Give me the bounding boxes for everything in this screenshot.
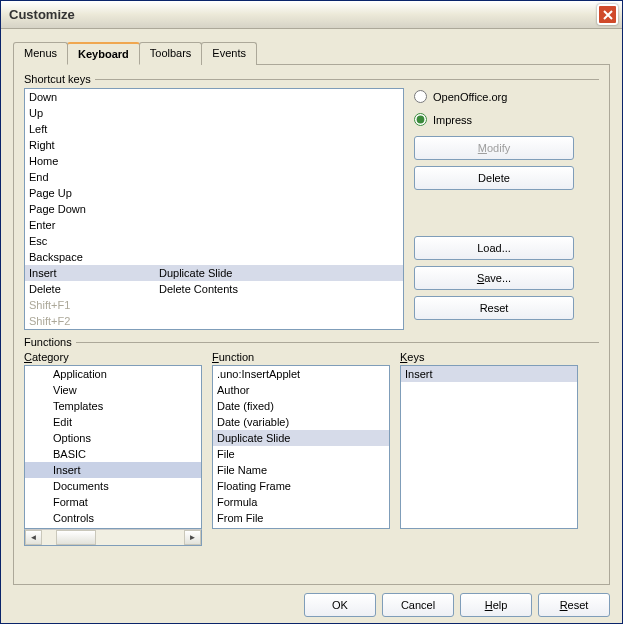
scroll-thumb[interactable] — [56, 530, 96, 545]
titlebar: Customize — [1, 1, 622, 29]
function-item[interactable]: .uno:InsertApplet — [213, 366, 389, 382]
shortcut-key: Shift+F1 — [29, 297, 159, 313]
shortcut-row[interactable]: Shift+F2 — [25, 313, 403, 329]
shortcut-row[interactable]: Right — [25, 137, 403, 153]
shortcut-row[interactable]: Esc — [25, 233, 403, 249]
close-icon — [603, 10, 613, 20]
cancel-button[interactable]: Cancel — [382, 593, 454, 617]
shortcut-key: Delete — [29, 281, 159, 297]
modify-label: odify — [487, 142, 510, 154]
category-item[interactable]: Documents — [25, 478, 201, 494]
category-label: Category — [24, 351, 202, 363]
shortcut-action: Delete Contents — [159, 281, 238, 297]
shortcut-action: Duplicate Slide — [159, 265, 232, 281]
save-label: ave... — [484, 272, 511, 284]
shortcut-key: Enter — [29, 217, 159, 233]
dialog-buttons: OK Cancel Help Reset — [13, 593, 610, 617]
shortcut-keys-list[interactable]: DownUpLeftRightHomeEndPage UpPage DownEn… — [24, 88, 404, 330]
function-item[interactable]: Duplicate Slide — [213, 430, 389, 446]
shortcut-key: Left — [29, 121, 159, 137]
function-item[interactable]: Author — [213, 382, 389, 398]
shortcut-key: Insert — [29, 265, 159, 281]
function-item[interactable]: File Name — [213, 462, 389, 478]
tabstrip: Menus Keyboard Toolbars Events — [13, 41, 610, 65]
category-item[interactable]: BASIC — [25, 446, 201, 462]
shortcut-row[interactable]: Enter — [25, 217, 403, 233]
scroll-right-icon[interactable]: ► — [184, 530, 201, 545]
radio-openoffice-label: OpenOffice.org — [433, 91, 507, 103]
shortcut-key: Shift+F2 — [29, 313, 159, 329]
scroll-left-icon[interactable]: ◄ — [25, 530, 42, 545]
function-item[interactable]: Floating Frame — [213, 478, 389, 494]
shortcut-row[interactable]: Up — [25, 105, 403, 121]
functions-group: Functions Category ApplicationViewTempla… — [24, 342, 599, 550]
shortcut-row[interactable]: Page Up — [25, 185, 403, 201]
shortcut-row[interactable]: Backspace — [25, 249, 403, 265]
keys-list[interactable]: Insert — [400, 365, 578, 529]
shortcut-key: Up — [29, 105, 159, 121]
function-item[interactable]: File — [213, 446, 389, 462]
load-button[interactable]: Load... — [414, 236, 574, 260]
shortcut-row[interactable]: Home — [25, 153, 403, 169]
function-item[interactable]: Date (variable) — [213, 414, 389, 430]
tab-toolbars[interactable]: Toolbars — [139, 42, 203, 65]
shortcut-key: End — [29, 169, 159, 185]
keys-item[interactable]: Insert — [401, 366, 577, 382]
shortcut-row[interactable]: Down — [25, 89, 403, 105]
help-button[interactable]: Help — [460, 593, 532, 617]
keys-label: Keys — [400, 351, 578, 363]
category-hscroll[interactable]: ◄ ► — [24, 529, 202, 546]
shortcut-row[interactable]: Shift+F1 — [25, 297, 403, 313]
function-item[interactable]: From File — [213, 510, 389, 526]
tab-panel: Shortcut keys DownUpLeftRightHomeEndPage… — [13, 65, 610, 585]
customize-dialog: Customize Menus Keyboard Toolbars Events… — [0, 0, 623, 624]
category-item[interactable]: View — [25, 382, 201, 398]
shortcut-key: Backspace — [29, 249, 159, 265]
save-button[interactable]: Save... — [414, 266, 574, 290]
reset-button[interactable]: Reset — [414, 296, 574, 320]
category-item[interactable]: Edit — [25, 414, 201, 430]
category-item[interactable]: Controls — [25, 510, 201, 526]
category-list[interactable]: ApplicationViewTemplatesEditOptionsBASIC… — [24, 365, 202, 529]
shortcut-row[interactable]: InsertDuplicate Slide — [25, 265, 403, 281]
shortcut-row[interactable]: DeleteDelete Contents — [25, 281, 403, 297]
function-item[interactable]: Date (fixed) — [213, 398, 389, 414]
tab-keyboard[interactable]: Keyboard — [67, 42, 140, 65]
radio-impress-label: Impress — [433, 114, 472, 126]
close-button[interactable] — [597, 4, 618, 25]
shortcut-key: Home — [29, 153, 159, 169]
category-item[interactable]: Application — [25, 366, 201, 382]
shortcut-row[interactable]: Left — [25, 121, 403, 137]
shortcut-row[interactable]: Page Down — [25, 201, 403, 217]
shortcut-key: Page Up — [29, 185, 159, 201]
category-item[interactable]: Insert — [25, 462, 201, 478]
shortcut-key: Down — [29, 89, 159, 105]
ok-button[interactable]: OK — [304, 593, 376, 617]
category-item[interactable]: Format — [25, 494, 201, 510]
radio-openoffice-input[interactable] — [414, 90, 427, 103]
function-label: Function — [212, 351, 390, 363]
function-item[interactable]: Formula — [213, 494, 389, 510]
function-list[interactable]: .uno:InsertAppletAuthorDate (fixed)Date … — [212, 365, 390, 529]
window-title: Customize — [9, 7, 597, 22]
shortcut-key: Page Down — [29, 201, 159, 217]
shortcut-keys-label: Shortcut keys — [24, 73, 95, 85]
modify-button[interactable]: Modify — [414, 136, 574, 160]
functions-label: Functions — [24, 336, 76, 348]
radio-impress[interactable]: Impress — [414, 113, 599, 126]
tab-events[interactable]: Events — [201, 42, 257, 65]
tab-menus[interactable]: Menus — [13, 42, 68, 65]
reset-bottom-button[interactable]: Reset — [538, 593, 610, 617]
shortcut-keys-group: Shortcut keys DownUpLeftRightHomeEndPage… — [24, 79, 599, 334]
function-item[interactable]: Gallery — [213, 526, 389, 529]
shortcut-key: Right — [29, 137, 159, 153]
category-item[interactable]: Options — [25, 430, 201, 446]
shortcut-key: Esc — [29, 233, 159, 249]
radio-impress-input[interactable] — [414, 113, 427, 126]
radio-openoffice[interactable]: OpenOffice.org — [414, 90, 599, 103]
shortcut-row[interactable]: End — [25, 169, 403, 185]
category-item[interactable]: Templates — [25, 398, 201, 414]
delete-button[interactable]: Delete — [414, 166, 574, 190]
